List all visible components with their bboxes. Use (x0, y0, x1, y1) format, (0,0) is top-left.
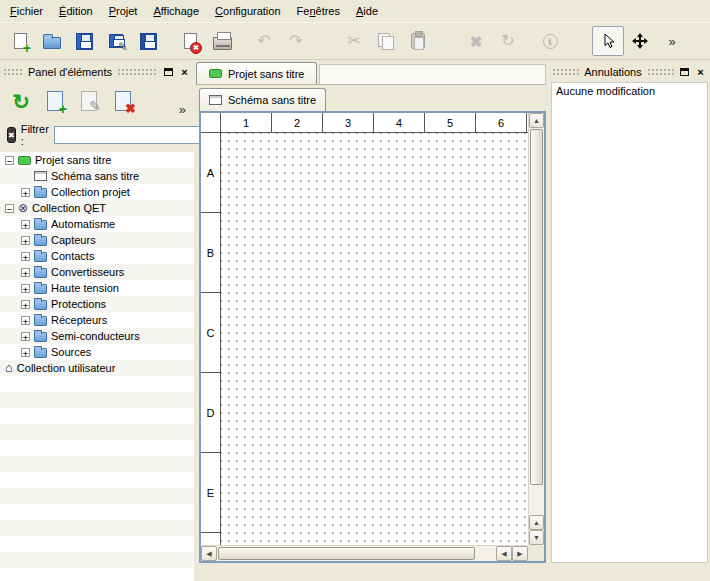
paste-button[interactable] (402, 26, 434, 56)
tree-item-protections[interactable]: + Protections (0, 296, 194, 312)
menu-edition[interactable]: Édition (51, 1, 101, 21)
tree-item-collection-qet[interactable]: − ⊗ Collection QET (0, 200, 194, 216)
ruler-column-label: 3 (323, 113, 374, 132)
tree-item-recepteurs[interactable]: + Récepteurs (0, 312, 194, 328)
project-icon (209, 69, 222, 78)
ruler-column-label: 4 (374, 113, 425, 132)
tree-item-label: Capteurs (51, 234, 96, 246)
pencil-icon: ✎ (118, 40, 128, 54)
horizontal-scroll-thumb[interactable] (218, 547, 475, 560)
menu-affichage[interactable]: Affichage (145, 1, 207, 21)
plus-icon: + (23, 42, 31, 54)
close-icon: × (697, 67, 703, 77)
arrow-left-icon: ◀ (206, 550, 211, 558)
save-button[interactable] (68, 26, 100, 56)
dock-float-button[interactable] (162, 66, 175, 78)
reload-collections-button[interactable]: ↻ (4, 84, 38, 118)
vertical-scroll-track[interactable] (529, 128, 544, 515)
expand-expander-icon[interactable]: + (21, 300, 30, 309)
tab-schema-sans-titre[interactable]: Schéma sans titre (199, 88, 326, 111)
save-all-button[interactable] (132, 26, 164, 56)
close-icon: × (181, 67, 187, 77)
edit-element-button[interactable]: ✎ (72, 84, 106, 118)
tree-item-collection-projet[interactable]: + Collection projet (0, 184, 194, 200)
dock-close-button[interactable]: × (694, 66, 707, 78)
tree-item-convertisseurs[interactable]: + Convertisseurs (0, 264, 194, 280)
tree-item-semi-conducteurs[interactable]: + Semi-conducteurs (0, 328, 194, 344)
scroll-left-button[interactable]: ◀ (496, 546, 512, 561)
ruler-column-label: 1 (221, 113, 272, 132)
scroll-right-button[interactable]: ▶ (512, 546, 528, 561)
rotate-button[interactable]: ↻ (492, 26, 524, 56)
expand-expander-icon[interactable]: + (21, 348, 30, 357)
save-as-button[interactable]: ✎ (100, 26, 132, 56)
new-file-button[interactable]: + (4, 26, 36, 56)
elements-panel-titlebar[interactable]: Panel d'éléments × (3, 64, 191, 79)
delete-element-button[interactable]: ✖ (106, 84, 140, 118)
menu-fichier[interactable]: Fichier (2, 1, 51, 21)
tree-item-label: Semi-conducteurs (51, 330, 140, 342)
scroll-left-button[interactable]: ◀ (201, 546, 217, 561)
vertical-scrollbar[interactable]: ▲ ▲ ▼ (528, 113, 544, 545)
new-element-button[interactable]: + (38, 84, 72, 118)
horizontal-scroll-track[interactable] (217, 546, 496, 561)
tree-item-label: Projet sans titre (35, 154, 111, 166)
expand-expander-icon[interactable]: + (21, 284, 30, 293)
tree-item-haute-tension[interactable]: + Haute tension (0, 280, 194, 296)
close-document-button[interactable]: ✖ (174, 26, 206, 56)
undo-dock-titlebar[interactable]: Annulations × (552, 64, 707, 79)
tree-item-automatisme[interactable]: + Automatisme (0, 216, 194, 232)
redo-button[interactable]: ↷ (280, 26, 312, 56)
dock-close-button[interactable]: × (178, 66, 191, 78)
print-button[interactable] (206, 26, 238, 56)
project-icon (18, 156, 31, 165)
copy-button[interactable] (370, 26, 402, 56)
tab-projet-sans-titre[interactable]: Projet sans titre (196, 62, 317, 84)
tree-item-contacts[interactable]: + Contacts (0, 248, 194, 264)
tree-item-projet-sans-titre[interactable]: − Projet sans titre (0, 152, 194, 168)
menu-configuration[interactable]: Configuration (207, 1, 288, 21)
clear-filter-button[interactable]: ✖ (7, 127, 16, 143)
cursor-arrow-icon (601, 33, 616, 49)
panel-overflow-button[interactable]: » (179, 102, 186, 117)
menu-aide[interactable]: Aide (348, 1, 386, 21)
filter-label: Filtrer : (21, 123, 49, 147)
expand-expander-icon[interactable]: + (21, 236, 30, 245)
select-mode-button[interactable] (592, 26, 624, 56)
expand-expander-icon[interactable]: + (21, 252, 30, 261)
expand-expander-icon[interactable]: + (21, 316, 30, 325)
menu-projet[interactable]: Projet (101, 1, 146, 21)
pan-mode-button[interactable] (624, 26, 656, 56)
expand-expander-icon[interactable]: + (21, 220, 30, 229)
undo-history-list[interactable]: Aucune modification (551, 82, 708, 563)
expand-expander-icon[interactable]: + (21, 188, 30, 197)
toolbar-overflow-button[interactable]: » (656, 26, 688, 56)
cut-button[interactable]: ✂ (338, 26, 370, 56)
delete-button[interactable]: ✖ (460, 26, 492, 56)
schema-canvas[interactable] (221, 133, 528, 545)
tree-item-capteurs[interactable]: + Capteurs (0, 232, 194, 248)
menu-fenetres[interactable]: Fenêtres (289, 1, 348, 21)
dock-handle-dots (647, 68, 674, 75)
expand-expander-icon[interactable]: + (21, 268, 30, 277)
scroll-up-button[interactable]: ▲ (529, 113, 544, 128)
collapse-expander-icon[interactable]: − (5, 156, 14, 165)
collapse-expander-icon[interactable]: − (5, 204, 14, 213)
float-icon (680, 68, 689, 76)
vertical-scroll-thumb[interactable] (530, 129, 543, 485)
tree-item-schema-sans-titre[interactable]: Schéma sans titre (0, 168, 194, 184)
dock-float-button[interactable] (678, 66, 691, 78)
expand-expander-icon[interactable]: + (21, 332, 30, 341)
scroll-down-button[interactable]: ▼ (529, 530, 544, 545)
pencil-icon: ✎ (89, 98, 101, 114)
ruler-corner (201, 113, 221, 133)
scroll-up-button[interactable]: ▲ (529, 515, 544, 530)
open-button[interactable] (36, 26, 68, 56)
horizontal-scrollbar[interactable]: ◀ ◀ ▶ (201, 545, 528, 561)
tree-item-collection-utilisateur[interactable]: ⌂ Collection utilisateur (0, 360, 194, 376)
filter-input[interactable] (54, 126, 204, 144)
arrow-right-icon: ▶ (517, 550, 522, 558)
element-info-button[interactable]: i (534, 26, 566, 56)
undo-button[interactable]: ↶ (248, 26, 280, 56)
tree-item-sources[interactable]: + Sources (0, 344, 194, 360)
